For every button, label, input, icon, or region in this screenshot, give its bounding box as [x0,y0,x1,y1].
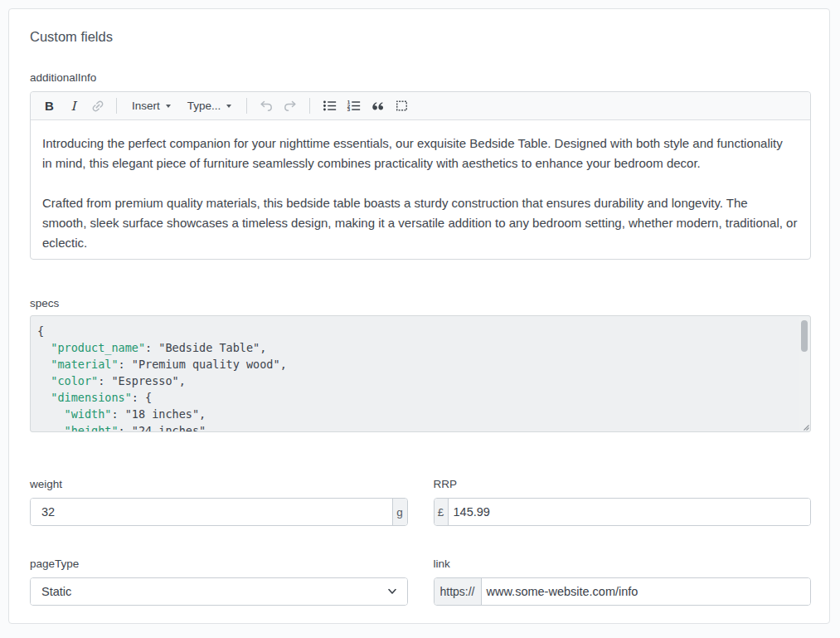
scrollbar-thumb[interactable] [801,320,808,352]
rrp-label: RRP [434,478,812,491]
additionalinfo-label: additionalInfo [30,71,811,85]
blockquote-icon [370,98,386,114]
redo-button[interactable] [278,95,302,117]
chevron-down-icon [388,589,396,595]
page-title: Custom fields [30,28,811,45]
rrp-currency-prefix: £ [435,499,449,525]
numbered-list-button[interactable]: 123 [342,95,366,117]
specs-code: { "product_name": "Bedside Table", "mate… [37,323,794,432]
link-input-group: https:// www.some-website.com/info [434,577,812,606]
rte-paragraph: Introducing the perfect companion for yo… [42,134,802,173]
rte-toolbar: B I Insert Type... [31,92,810,120]
redo-icon [282,98,299,114]
rte-content-area[interactable]: Introducing the perfect companion for yo… [31,120,810,259]
caret-down-icon [166,105,171,108]
custom-fields-card: Custom fields additionalInfo B I Insert … [8,8,830,624]
caret-down-icon [226,105,231,108]
weight-unit-suffix: g [392,499,407,525]
nonbreaking-space-icon [395,99,409,113]
rrp-input-group: £ 145.99 [434,498,812,526]
link-input[interactable]: www.some-website.com/info [482,578,811,605]
scrollbar-track[interactable] [799,317,809,431]
weight-input-group: 32 g [30,498,408,526]
undo-button[interactable] [254,95,278,117]
pagetype-selected-value: Static [31,578,407,605]
link-icon [87,95,108,116]
italic-button[interactable]: I [61,95,85,117]
link-label: link [434,558,812,571]
numbered-list-icon: 123 [347,99,361,113]
blockquote-button[interactable] [366,95,390,117]
rich-text-editor: B I Insert Type... [30,91,811,260]
weight-label: weight [30,478,408,491]
svg-text:3: 3 [347,106,351,112]
weight-input[interactable]: 32 [31,499,392,525]
nonbreaking-button[interactable] [390,95,414,117]
specs-code-editor[interactable]: { "product_name": "Bedside Table", "mate… [30,315,811,432]
toolbar-separator [116,98,117,114]
type-menu-button[interactable]: Type... [179,95,240,117]
rte-paragraph: Crafted from premium quality materials, … [42,193,802,253]
insert-menu-button[interactable]: Insert [124,95,179,117]
toolbar-separator [309,98,310,114]
specs-label: specs [30,297,811,310]
link-button[interactable] [85,95,109,117]
undo-icon [258,98,274,114]
toolbar-separator [246,98,247,114]
resize-handle-icon[interactable] [803,424,809,431]
link-protocol-prefix: https:// [435,578,482,605]
pagetype-select[interactable]: Static [30,577,408,606]
bullet-list-button[interactable] [318,95,342,117]
bullet-list-icon [323,99,337,113]
bold-button[interactable]: B [37,95,61,117]
pagetype-label: pageType [30,558,408,571]
rrp-input[interactable]: 145.99 [449,499,811,525]
